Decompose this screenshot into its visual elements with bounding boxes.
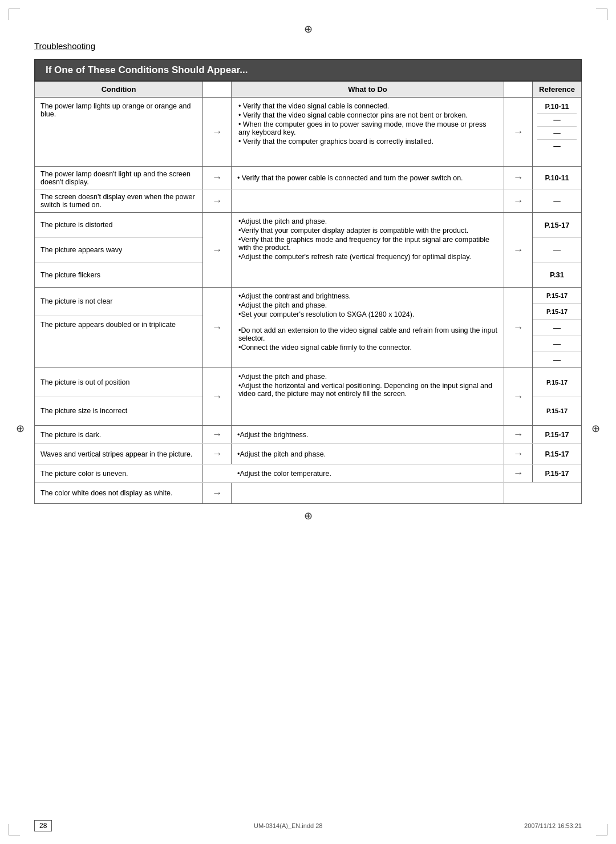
arrow-2b — [203, 189, 232, 212]
page-footer: 28 UM-0314(A)_EN.indd 28 2007/11/12 16:5… — [0, 820, 616, 831]
condition-not-clear: The picture is not clear — [35, 288, 202, 316]
ref-white — [533, 483, 581, 503]
table-header-row: Condition What to Do Reference — [35, 82, 581, 98]
corner-mark-tr — [596, 9, 607, 20]
arrow2-5 — [504, 368, 533, 425]
header-condition: Condition — [35, 82, 203, 97]
section-6: The picture is dark. •Adjust the brightn… — [35, 426, 581, 503]
arrow-5 — [203, 368, 232, 425]
condition-waves: Waves and vertical stripes appear in the… — [35, 444, 203, 464]
condition-distorted: The picture is distorted — [35, 213, 202, 238]
ref-waves: P.15-17 — [533, 444, 581, 464]
conditions-picture-issues: The picture is distorted The picture app… — [35, 213, 203, 287]
page-number: 28 — [34, 820, 52, 831]
corner-mark-tl — [9, 9, 20, 20]
compass-left-icon: ⊕ — [16, 422, 25, 435]
condition-color-uneven: The picture color is uneven. — [35, 465, 203, 482]
header-reference: Reference — [533, 82, 581, 97]
troubleshooting-table: Condition What to Do Reference The power… — [34, 82, 582, 504]
what-clarity: •Adjust the contrast and brightness. •Ad… — [232, 288, 504, 368]
arrow-waves — [203, 444, 232, 464]
conditions-position: The picture is out of position The pictu… — [35, 368, 203, 425]
condition-screen-no-display: The screen doesn't display even when the… — [35, 189, 203, 212]
arrow-dark — [203, 426, 232, 443]
what-white — [232, 483, 504, 503]
header-what: What to Do — [232, 82, 504, 97]
condition-wavy: The picture appears wavy — [35, 238, 202, 263]
what-power-lamp-orange: • Verify that the video signal cable is … — [232, 98, 504, 166]
arrow2-2a — [504, 167, 533, 189]
what-picture-issues: •Adjust the pitch and phase. •Verify tha… — [232, 213, 504, 287]
what-position: •Adjust the pitch and phase. •Adjust the… — [232, 368, 504, 425]
what-power-lamp-off: • Verify that the power cable is connect… — [232, 167, 504, 189]
ref-power-lamp-orange: P.10-11 — — — — [533, 98, 581, 166]
condition-white: The color white does not display as whit… — [35, 483, 203, 503]
compass-bottom-icon: ⊕ — [34, 510, 582, 522]
ref-picture-issues: P.15-17 — P.31 — [533, 213, 581, 287]
arrow2-color-uneven — [504, 465, 533, 482]
condition-size-incorrect: The picture size is incorrect — [35, 397, 202, 426]
what-dark: •Adjust the brightness. — [232, 426, 504, 443]
ref-dark: P.15-17 — [533, 426, 581, 443]
arrow-3 — [203, 213, 232, 287]
arrow2-4 — [504, 288, 533, 368]
what-waves: •Adjust the pitch and phase. — [232, 444, 504, 464]
ref-position: P.15-17 P.15-17 — [533, 368, 581, 425]
main-header-display: If One of These Conditions Should Appear… — [34, 59, 582, 82]
ref-screen-no-display: — — [533, 189, 581, 212]
arrow-1 — [203, 98, 232, 166]
section-1: The power lamp lights up orange or orang… — [35, 98, 581, 167]
section-title: Troubleshooting — [34, 41, 582, 51]
arrow2-dark — [504, 426, 533, 443]
condition-dark: The picture is dark. — [35, 426, 203, 443]
condition-out-of-position: The picture is out of position — [35, 368, 202, 397]
condition-flickers: The picture flickers — [35, 263, 202, 287]
section-3: The picture is distorted The picture app… — [35, 213, 581, 288]
arrow2-1 — [504, 98, 533, 166]
what-screen-no-display — [232, 189, 504, 212]
arrow-2a — [203, 167, 232, 189]
arrow-4 — [203, 288, 232, 368]
section-5: The picture is out of position The pictu… — [35, 368, 581, 426]
footer-date: 2007/11/12 16:53:21 — [524, 822, 582, 829]
arrow2-2b — [504, 189, 533, 212]
header-arrow-spacer — [203, 82, 232, 97]
arrow-white — [203, 483, 232, 503]
compass-right-icon: ⊕ — [591, 422, 600, 435]
page-wrapper: ⊕ ⊕ ⊕ Troubleshooting If One of These Co… — [0, 0, 616, 844]
condition-power-lamp-orange: The power lamp lights up orange or orang… — [35, 98, 203, 166]
condition-power-lamp-off: The power lamp doesn't light up and the … — [35, 167, 203, 189]
what-color-uneven: •Adjust the color temperature. — [232, 465, 504, 482]
ref-power-lamp-off: P.10-11 — [533, 167, 581, 189]
condition-doubled: The picture appears doubled or in tripli… — [35, 316, 202, 368]
section-2: The power lamp doesn't light up and the … — [35, 167, 581, 213]
arrow2-waves — [504, 444, 533, 464]
section-4: The picture is not clear The picture app… — [35, 288, 581, 368]
conditions-clarity: The picture is not clear The picture app… — [35, 288, 203, 368]
compass-top-icon: ⊕ — [34, 23, 582, 35]
arrow2-3 — [504, 213, 533, 287]
ref-color-uneven: P.15-17 — [533, 465, 581, 482]
footer-filename: UM-0314(A)_EN.indd 28 — [254, 822, 322, 829]
ref-clarity: P.15-17 P.15-17 — — — — [533, 288, 581, 368]
header-arrow-spacer2 — [504, 82, 533, 97]
